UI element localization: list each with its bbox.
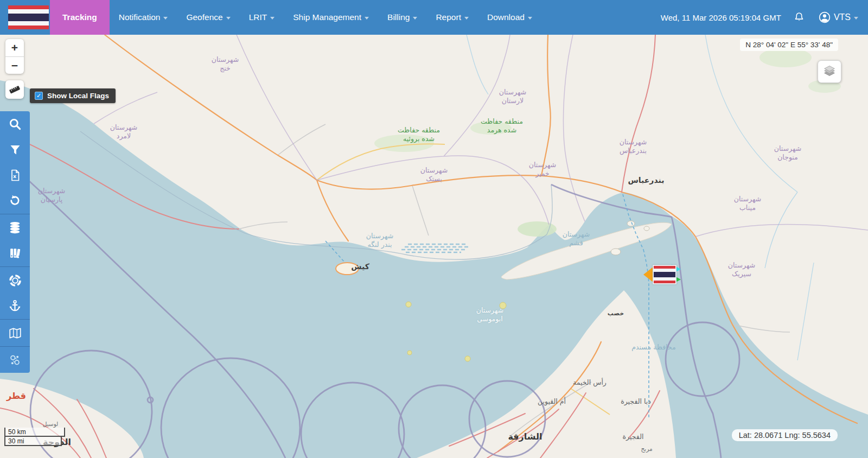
chevron-down-icon (226, 17, 231, 20)
ruler-icon (8, 82, 22, 97)
nav-menu-item-label: Tracking (62, 12, 97, 22)
scale-control: 50 km 30 mi (4, 428, 65, 446)
user-menu-label: VTS (834, 12, 851, 22)
scale-mi: 30 mi (4, 437, 62, 446)
database-layers-button[interactable] (0, 215, 30, 240)
refresh-icon (8, 194, 22, 207)
toolbar-divider (0, 266, 30, 267)
main-menu: Tracking Notification Geofence LRIT Ship… (50, 0, 541, 35)
chevron-down-icon (854, 17, 858, 20)
measure-tool-button[interactable] (5, 80, 24, 99)
nav-menu-item[interactable]: Report (426, 0, 478, 35)
archive-tool-button[interactable] (0, 240, 30, 266)
chevron-down-icon (270, 17, 275, 20)
folded-map-icon (8, 326, 22, 340)
layers-icon (822, 64, 837, 79)
database-icon (8, 221, 22, 234)
anchor-ports-button[interactable] (0, 293, 30, 319)
navbar-right: Wed, 11 Mar 2026 05:19:04 GMT VTS (661, 11, 868, 24)
layer-switcher-button[interactable] (818, 60, 841, 83)
life-ring-icon (8, 273, 22, 288)
zoom-in-button[interactable]: + (5, 39, 24, 56)
nav-menu-item-label: Geofence (186, 12, 222, 22)
nav-menu-item-label: Ship Management (293, 12, 361, 22)
mouse-coordinates-display: N 28° 04' 02" E 55° 33' 48" (740, 39, 838, 51)
nav-menu-item[interactable]: Notification (110, 0, 177, 35)
cluster-icon (8, 353, 22, 367)
cursor-latlng-display: Lat: 28.0671 Lng: 55.5634 (732, 429, 838, 441)
filter-icon (9, 143, 22, 156)
nav-menu-item-label: Billing (387, 12, 410, 22)
excel-file-icon: x (9, 169, 22, 182)
user-menu[interactable]: VTS (818, 11, 858, 24)
map-view-button[interactable] (0, 320, 30, 346)
chevron-down-icon (413, 17, 417, 20)
show-local-flags-checkbox[interactable]: ✓ (35, 92, 43, 100)
toolbar-divider (0, 319, 30, 320)
life-ring-button[interactable] (0, 268, 30, 293)
chevron-down-icon (365, 17, 369, 20)
nav-menu-item[interactable]: Download (478, 0, 541, 35)
nav-menu-item[interactable]: Tracking (50, 0, 110, 35)
filter-tool-button[interactable] (0, 137, 30, 162)
nav-menu-item[interactable]: Ship Management (284, 0, 378, 35)
toolbar-divider (0, 346, 30, 347)
show-local-flags-toggle[interactable]: ✓ Show Local Flags (30, 88, 116, 103)
vessel-marker-thailand[interactable] (643, 264, 684, 285)
nav-menu-item[interactable]: LRIT (240, 0, 284, 35)
nav-menu-item-label: Report (436, 12, 461, 22)
nav-menu-item-label: Download (487, 12, 525, 22)
scale-km: 50 km (4, 428, 65, 437)
nav-menu-item-label: LRIT (249, 12, 267, 22)
user-avatar-icon (818, 11, 831, 24)
map-canvas[interactable]: شهرستان خنجشهرستان لامردشهرستان پارسیانش… (0, 35, 868, 458)
svg-text:x: x (12, 173, 16, 179)
anchor-icon (8, 299, 22, 313)
show-local-flags-label: Show Local Flags (47, 92, 109, 100)
clock-utc-datetime: Wed, 11 Mar 2026 05:19:04 GMT (661, 13, 781, 22)
chevron-down-icon (163, 17, 168, 20)
zoom-out-button[interactable]: − (5, 56, 24, 74)
search-icon (8, 117, 22, 131)
vessel-flag-thailand (653, 265, 676, 284)
cluster-tool-button[interactable] (0, 347, 30, 373)
basemap-tiles (0, 35, 868, 458)
refresh-tool-button[interactable] (0, 188, 30, 213)
archive-books-icon (8, 246, 22, 260)
zoom-control: + − (5, 39, 24, 74)
export-excel-button[interactable]: x (0, 162, 30, 188)
nav-menu-item-label: Notification (119, 12, 161, 22)
nav-menu-item[interactable]: Billing (378, 0, 426, 35)
chevron-down-icon (528, 17, 532, 20)
top-navbar: Tracking Notification Geofence LRIT Ship… (0, 0, 868, 35)
search-tool-button[interactable] (0, 111, 30, 137)
thailand-flag-logo (8, 5, 49, 29)
notifications-bell-icon[interactable] (793, 11, 805, 23)
chevron-down-icon (464, 17, 469, 20)
map-toolbar: x (0, 111, 30, 373)
nav-menu-item[interactable]: Geofence (177, 0, 239, 35)
toolbar-divider (0, 214, 30, 214)
